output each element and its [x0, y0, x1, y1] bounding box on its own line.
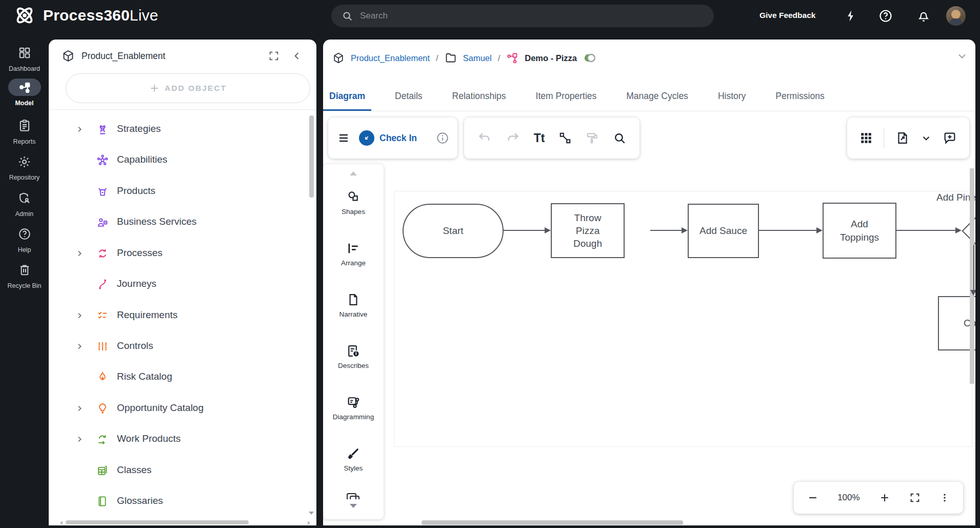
tree-vertical-scrollbar[interactable] [309, 115, 314, 198]
tree-item-controls[interactable]: Controls [49, 331, 306, 362]
tree-item-products[interactable]: Products [49, 176, 306, 207]
diagram-tool-palette: Shapes Arrange Narrative Describes Diagr… [323, 164, 384, 519]
cube-icon [332, 52, 345, 64]
fit-screen-icon[interactable] [909, 492, 921, 503]
flow-node-add-toppings[interactable]: Add Toppings [823, 203, 896, 259]
give-feedback-button[interactable]: Give Feedback [759, 11, 815, 20]
arrowhead-icon [545, 227, 551, 233]
tree-item-requirements[interactable]: Requirements [49, 300, 306, 331]
tab-relationships[interactable]: Relationships [446, 91, 512, 111]
divider [49, 109, 316, 110]
collapse-panel-button[interactable] [292, 51, 302, 61]
sidebar-item-model[interactable]: Model [0, 79, 49, 107]
user-avatar[interactable] [946, 6, 966, 26]
status-circles-icon[interactable] [583, 52, 598, 64]
sidebar-item-help[interactable]: Help [0, 225, 49, 253]
collapse-header-chevron[interactable] [956, 50, 968, 62]
search-diagram-icon[interactable] [613, 131, 626, 145]
processes-icon [96, 247, 109, 260]
main-content: Product_Enablement / Samuel / Demo - Piz… [323, 40, 975, 525]
check-in-button[interactable]: Check In [379, 133, 417, 144]
scroll-left-arrow-icon[interactable] [60, 521, 63, 525]
scroll-right-arrow-icon[interactable] [308, 521, 310, 525]
help-button[interactable] [878, 9, 893, 23]
palette-item-describes[interactable]: Describes [338, 344, 369, 369]
palette-item-diagramming[interactable]: Diagramming [333, 395, 374, 421]
chevron-right-icon[interactable] [75, 404, 84, 413]
sidebar-item-admin[interactable]: Admin [0, 189, 49, 218]
tree-item-classes[interactable]: Classes [49, 455, 306, 486]
zoom-in-button[interactable] [879, 492, 890, 503]
sidebar-item-dashboard[interactable]: Dashboard [0, 44, 49, 72]
menu-hamburger-icon[interactable] [337, 132, 350, 144]
palette-scroll-down-icon[interactable] [350, 504, 357, 508]
undo-icon[interactable] [477, 131, 492, 145]
scroll-down-arrow-icon[interactable] [309, 512, 314, 515]
breadcrumb-current-item: Demo - Pizza [525, 53, 577, 63]
quick-actions-button[interactable] [844, 9, 857, 23]
text-style-button[interactable]: Tt [534, 131, 545, 145]
chevron-right-icon[interactable] [75, 342, 84, 350]
tree-horizontal-scrollbar[interactable] [66, 520, 249, 524]
tree-item-work-products[interactable]: Work Products [49, 424, 306, 455]
add-comment-icon[interactable] [943, 131, 957, 145]
stacked-cards-icon[interactable] [346, 492, 361, 499]
sidebar-item-recycle-bin[interactable]: Recycle Bin [0, 261, 49, 289]
app-logo[interactable]: Process360Live [13, 4, 158, 27]
folder-icon [445, 52, 457, 64]
reports-icon [18, 117, 31, 134]
canvas-horizontal-scrollbar[interactable] [422, 520, 683, 525]
palette-item-shapes[interactable]: Shapes [342, 190, 365, 216]
sidebar-item-repository[interactable]: Repository [0, 153, 49, 181]
info-icon[interactable] [436, 131, 449, 145]
redo-icon[interactable] [506, 131, 520, 145]
model-tree-panel: Product_Enablement ADD OBJECT Strategies [49, 40, 316, 525]
tab-manage-cycles[interactable]: Manage Cycles [620, 91, 694, 111]
tree-item-strategies[interactable]: Strategies [49, 114, 306, 145]
zoom-out-button[interactable] [807, 492, 818, 503]
tab-item-properties[interactable]: Item Properties [530, 91, 603, 111]
palette-scroll-up-icon[interactable] [350, 171, 357, 175]
export-document-icon[interactable] [895, 131, 910, 145]
flow-node-add-sauce[interactable]: Add Sauce [688, 204, 759, 258]
tab-diagram[interactable]: Diagram [323, 91, 371, 111]
global-search[interactable] [331, 5, 714, 27]
tree-item-journeys[interactable]: Journeys [49, 269, 306, 300]
add-object-button[interactable]: ADD OBJECT [66, 73, 310, 103]
sidebar-item-reports[interactable]: Reports [0, 117, 49, 145]
palette-item-arrange[interactable]: Arrange [341, 241, 366, 267]
check-in-icon[interactable] [359, 130, 374, 146]
breadcrumb-folder-link[interactable]: Samuel [463, 53, 492, 63]
notifications-button[interactable] [916, 9, 931, 23]
describes-icon [346, 344, 361, 358]
palette-item-styles[interactable]: Styles [344, 446, 363, 472]
format-painter-icon[interactable] [586, 131, 599, 145]
tab-history[interactable]: History [712, 91, 752, 111]
chevron-down-icon[interactable] [921, 132, 932, 144]
grid-apps-icon[interactable] [859, 131, 873, 145]
tree-item-risk-catalog[interactable]: Risk Catalog [49, 362, 306, 393]
flow-connector-down [973, 245, 974, 290]
more-options-kebab-icon[interactable] [939, 492, 950, 503]
tree-item-capabilities[interactable]: Capabilities [49, 145, 306, 175]
expand-panel-button[interactable] [268, 50, 279, 62]
search-input[interactable] [360, 11, 668, 21]
tab-details[interactable]: Details [389, 91, 429, 111]
chevron-right-icon[interactable] [75, 311, 84, 320]
palette-item-narrative[interactable]: Narrative [339, 292, 368, 318]
connector-icon[interactable] [558, 131, 572, 145]
plus-icon [149, 83, 159, 93]
flow-node-throw-pizza-dough[interactable]: Throw Pizza Dough [551, 203, 625, 258]
tab-permissions[interactable]: Permissions [769, 91, 830, 111]
chevron-right-icon[interactable] [75, 249, 84, 258]
checkin-toolbar: Check In [328, 118, 457, 159]
tree-item-business-services[interactable]: Business Services [49, 207, 306, 238]
chevron-right-icon[interactable] [75, 125, 84, 133]
breadcrumb-model-link[interactable]: Product_Enablement [351, 53, 430, 63]
flow-node-start[interactable]: Start [403, 204, 504, 258]
tree-item-opportunity-catalog[interactable]: Opportunity Catalog [49, 393, 306, 424]
tree-item-processes[interactable]: Processes [49, 238, 306, 269]
chevron-right-icon[interactable] [75, 435, 84, 443]
glossaries-icon [96, 495, 109, 507]
tree-item-glossaries[interactable]: Glossaries [49, 486, 306, 517]
